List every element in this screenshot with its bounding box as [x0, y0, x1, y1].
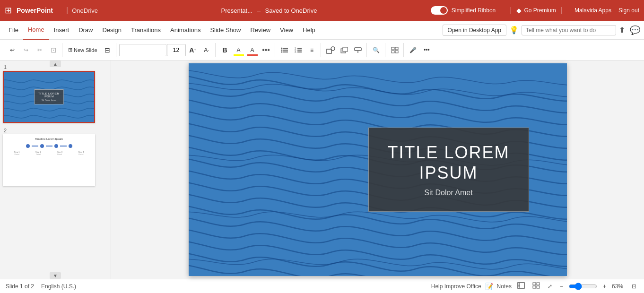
fit-zoom-button[interactable]: ⊡: [630, 282, 638, 291]
undo-button[interactable]: ↩: [6, 43, 19, 57]
shapes-icon: [326, 46, 335, 54]
simplified-ribbon-toggle[interactable]: Simplified Ribbon: [431, 6, 496, 15]
slide-item-1[interactable]: 1 TITLE LOREMIPSUM Sit Dol: [3, 64, 108, 123]
bullets-icon: [281, 47, 288, 53]
slide-info: Slide 1 of 2: [6, 283, 34, 290]
svg-rect-5: [283, 52, 288, 52]
slide-thumbnail-2[interactable]: Timeline Lorem Ipsum Step 1Detail Step 2…: [3, 134, 95, 186]
slide-canvas[interactable]: TITLE LOREM IPSUM Sit Dolor Amet: [189, 63, 567, 276]
menu-animations[interactable]: Animations: [165, 21, 205, 40]
drawing-group: [322, 43, 367, 57]
app-grid-icon[interactable]: ⊞: [5, 5, 12, 16]
menu-view[interactable]: View: [275, 21, 298, 40]
menu-file[interactable]: File: [4, 21, 23, 40]
bold-button[interactable]: B: [218, 43, 232, 57]
menu-draw[interactable]: Draw: [74, 21, 97, 40]
notes-label[interactable]: Notes: [497, 283, 512, 290]
format-group: B A A •••: [217, 43, 275, 57]
toggle-switch[interactable]: [431, 6, 448, 15]
slide-sorter-status-button[interactable]: [531, 281, 542, 291]
svg-point-4: [281, 51, 282, 52]
svg-rect-19: [395, 47, 398, 50]
svg-point-13: [331, 47, 335, 51]
separator-3: |: [561, 6, 563, 15]
shapes-button[interactable]: [324, 43, 337, 57]
timeline-dot-3: [54, 144, 58, 148]
slide-title-box[interactable]: TITLE LOREM IPSUM Sit Dolor Amet: [368, 128, 529, 212]
redo-button[interactable]: ↪: [19, 43, 33, 57]
timeline-line-3: [60, 146, 67, 146]
title-bar: ⊞ PowerPoint | OneDrive Presentat... – S…: [0, 0, 644, 21]
slide-sorter-status-icon: [532, 282, 540, 289]
new-slide-button[interactable]: ⊞ New Slide: [65, 43, 100, 57]
app-name: PowerPoint: [17, 7, 53, 14]
scroll-up-button[interactable]: ▲: [50, 60, 61, 67]
align-button[interactable]: ≡: [305, 43, 319, 57]
share-icon[interactable]: ⬆: [619, 26, 625, 34]
svg-rect-29: [533, 283, 536, 285]
font-color-button[interactable]: A: [246, 43, 259, 57]
canvas-area[interactable]: TITLE LOREM IPSUM Sit Dolor Amet: [111, 60, 644, 279]
svg-text:3.: 3.: [295, 51, 296, 53]
slide-sorter-button[interactable]: [388, 43, 401, 57]
arrange-button[interactable]: [338, 43, 351, 57]
open-desktop-button[interactable]: Open in Desktop App: [443, 25, 506, 36]
notes-icon: 📝: [485, 283, 493, 290]
numbering-button[interactable]: 1. 2. 3.: [292, 43, 305, 57]
zoom-button[interactable]: 🔍: [370, 43, 383, 57]
search-input[interactable]: [522, 25, 616, 35]
zoom-slider[interactable]: [569, 283, 597, 290]
timeline-line-2: [46, 146, 52, 146]
cut-button[interactable]: ✂: [33, 43, 46, 57]
dictate-group: 🎤 •••: [405, 43, 435, 57]
status-bar: Slide 1 of 2 English (U.S.) Help Improve…: [0, 279, 644, 293]
scroll-down-button[interactable]: ▼: [50, 272, 61, 279]
format-paint-icon: [354, 47, 362, 53]
increase-font-button[interactable]: A+: [186, 43, 200, 57]
malavida-apps-link[interactable]: Malavida Apps: [574, 7, 611, 14]
decrease-font-button[interactable]: A-: [200, 43, 213, 57]
slide-2-content: Timeline Lorem Ipsum Step 1Detail Step 2…: [4, 135, 94, 158]
menu-transitions[interactable]: Transitions: [126, 21, 165, 40]
font-name-input[interactable]: [119, 44, 166, 56]
svg-rect-9: [297, 50, 302, 51]
presentation-title: Presentat... – Saved to OneDrive: [107, 7, 431, 14]
svg-rect-7: [297, 48, 302, 49]
font-size-input[interactable]: [167, 44, 186, 56]
slide-1-title: TITLE LOREMIPSUM: [38, 92, 60, 98]
menu-review[interactable]: Review: [245, 21, 275, 40]
menu-insert[interactable]: Insert: [49, 21, 74, 40]
comments-icon[interactable]: 💬: [630, 25, 640, 35]
highlight-button[interactable]: A: [232, 43, 245, 57]
sign-out-button[interactable]: Sign out: [618, 7, 639, 14]
separator-1: |: [66, 6, 68, 15]
fit-slide-button[interactable]: ⤢: [546, 282, 554, 291]
menu-design[interactable]: Design: [98, 21, 126, 40]
more-options-button[interactable]: •••: [420, 43, 434, 57]
mic-button[interactable]: 🎤: [407, 43, 420, 57]
menu-help[interactable]: Help: [298, 21, 320, 40]
onedrive-name[interactable]: OneDrive: [72, 7, 98, 14]
separator-2: |: [510, 6, 512, 15]
zoom-in-button[interactable]: +: [601, 282, 608, 291]
svg-rect-15: [343, 47, 348, 52]
format-more-button[interactable]: •••: [260, 43, 273, 57]
slide-view-group: [386, 43, 404, 57]
diamond-icon: ◆: [516, 7, 522, 14]
go-premium-button[interactable]: ◆ Go Premium: [516, 7, 556, 14]
svg-rect-12: [327, 49, 331, 53]
zoom-out-button[interactable]: −: [558, 282, 565, 291]
new-slide-icon: ⊞: [68, 47, 72, 53]
svg-point-2: [281, 49, 282, 51]
menu-home[interactable]: Home: [23, 21, 49, 40]
menu-slideshow[interactable]: Slide Show: [205, 21, 245, 40]
slide-item-2[interactable]: 2 Timeline Lorem Ipsum Step 1Detail: [3, 128, 108, 186]
slide-thumbnail-1[interactable]: TITLE LOREMIPSUM Sit Dolor Amet: [3, 71, 95, 123]
list-group: 1. 2. 3. ≡: [276, 43, 321, 57]
bullets-button[interactable]: [278, 43, 291, 57]
slide-2-title: Timeline Lorem Ipsum: [6, 138, 92, 140]
copy-button[interactable]: ⊡: [47, 43, 60, 57]
format-paint-button[interactable]: [351, 43, 365, 57]
normal-view-button[interactable]: [515, 281, 527, 291]
layout-button[interactable]: ⊟: [101, 43, 114, 57]
